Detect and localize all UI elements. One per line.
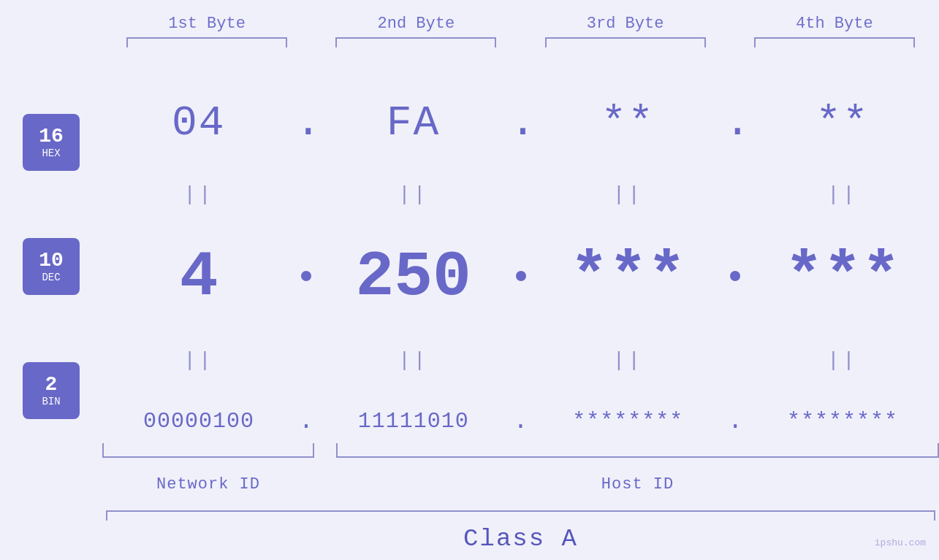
hex-val-4: ** <box>816 99 870 147</box>
main-container: 1st Byte 2nd Byte 3rd Byte 4th Byte 16 H… <box>0 0 939 560</box>
eq-1-4: || <box>746 183 939 206</box>
host-id-label: Host ID <box>336 475 939 494</box>
badge-hex: 16 HEX <box>23 114 80 171</box>
bin-val-2: 11111010 <box>358 409 469 434</box>
badge-hex-label: HEX <box>42 147 60 159</box>
hex-dot-1: . <box>295 98 317 147</box>
hex-cell-2: FA <box>317 99 510 147</box>
class-row: Class A <box>102 503 939 560</box>
bin-dot-2: . <box>510 407 531 435</box>
dec-cell-3: *** <box>531 241 724 313</box>
dec-dot-3 <box>724 271 745 284</box>
badge-bin: 2 BIN <box>23 362 80 419</box>
dec-cell-1: 4 <box>102 241 295 313</box>
watermark: ipshu.com <box>875 537 926 548</box>
bracket-4 <box>736 37 933 47</box>
hex-dot-3: . <box>724 98 746 147</box>
hex-cell-1: 04 <box>102 99 295 147</box>
byte-label-2: 2nd Byte <box>317 15 514 33</box>
eq-2-3: || <box>531 349 724 372</box>
bin-val-1: 00000100 <box>143 409 254 434</box>
network-id-label: Network ID <box>102 475 314 494</box>
dec-row: 4 250 *** *** <box>102 241 939 313</box>
bottom-labels: Network ID Host ID <box>102 475 939 494</box>
bin-cell-1: 00000100 <box>102 409 295 434</box>
dec-cell-2: 250 <box>317 241 510 313</box>
dec-cell-4: *** <box>746 241 939 313</box>
class-bracket <box>106 510 935 521</box>
hex-dot-2: . <box>510 98 532 147</box>
dec-val-1: 4 <box>180 241 218 313</box>
badges-column: 16 HEX 10 DEC 2 BIN <box>0 80 102 453</box>
eq-1-2: || <box>317 183 510 206</box>
dec-val-2: 250 <box>355 241 471 313</box>
bin-cell-3: ******** <box>531 409 724 434</box>
bin-val-4: ******** <box>787 409 898 434</box>
bottom-area: Network ID Host ID <box>102 443 939 502</box>
eq-1-3: || <box>531 183 724 206</box>
byte-label-1: 1st Byte <box>108 15 305 33</box>
bin-val-3: ******** <box>572 409 683 434</box>
hex-val-1: 04 <box>172 99 226 147</box>
byte-label-4: 4th Byte <box>736 15 933 33</box>
dec-dot-2 <box>510 271 531 284</box>
bracket-3 <box>527 37 724 47</box>
equals-row-1: || || || || <box>102 183 939 206</box>
byte-label-3: 3rd Byte <box>527 15 724 33</box>
header-row: 1st Byte 2nd Byte 3rd Byte 4th Byte <box>0 0 939 33</box>
eq-2-4: || <box>746 349 939 372</box>
class-a-label: Class A <box>463 525 578 553</box>
equals-row-2: || || || || <box>102 349 939 372</box>
hex-val-3: ** <box>601 99 655 147</box>
eq-1-1: || <box>102 183 295 206</box>
dec-val-4: *** <box>785 241 900 313</box>
rows-area: 04 . FA . ** . ** || || || || <box>102 80 939 453</box>
badge-dec-num: 10 <box>39 250 64 272</box>
badge-bin-num: 2 <box>45 374 58 396</box>
badge-dec-label: DEC <box>42 272 60 283</box>
bracket-row <box>0 37 939 47</box>
hex-row: 04 . FA . ** . ** <box>102 98 939 147</box>
eq-2-2: || <box>317 349 510 372</box>
eq-2-1: || <box>102 349 295 372</box>
dec-dot-1 <box>295 271 316 284</box>
host-bracket <box>336 443 939 458</box>
bin-dot-1: . <box>295 407 316 435</box>
badge-hex-num: 16 <box>39 126 64 148</box>
badge-dec: 10 DEC <box>23 238 80 295</box>
bottom-brackets <box>102 443 939 472</box>
bracket-1 <box>108 37 305 47</box>
bin-dot-3: . <box>724 407 745 435</box>
network-bracket <box>102 443 314 458</box>
badge-bin-label: BIN <box>42 396 60 407</box>
bin-cell-4: ******** <box>746 409 939 434</box>
bin-row: 00000100 . 11111010 . ******** . *******… <box>102 407 939 435</box>
bin-cell-2: 11111010 <box>317 409 510 434</box>
dec-val-3: *** <box>570 241 685 313</box>
hex-val-2: FA <box>387 99 441 147</box>
bracket-2 <box>317 37 514 47</box>
hex-cell-3: ** <box>532 99 725 147</box>
hex-cell-4: ** <box>746 99 939 147</box>
